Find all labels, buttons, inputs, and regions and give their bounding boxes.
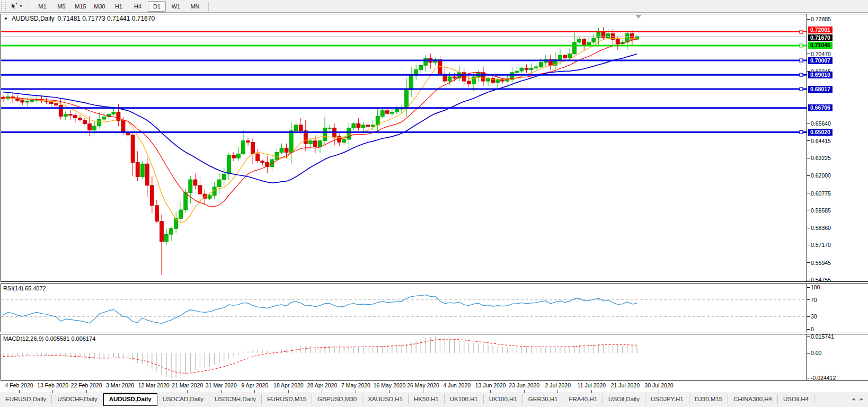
timeframe-button-h4[interactable]: H4 [129, 1, 147, 12]
date-axis-label: 13 Feb 2020 [37, 382, 68, 388]
chart-tab-dj30-m15[interactable]: DJ30,M15 [689, 394, 728, 404]
price-axis-tick-0.64415: 0.64415 [811, 138, 831, 144]
price-axis-tick-0.54755: 0.54755 [811, 277, 831, 283]
crosshair-glyph [10, 3, 17, 10]
timeframe-button-m30[interactable]: M30 [91, 1, 109, 12]
date-axis-label: 4 Feb 2020 [5, 382, 33, 388]
toolbar-separator-right [208, 2, 209, 11]
tab-scroll-right-icon[interactable]: ► [860, 397, 864, 402]
chart-tab-audusd-daily[interactable]: AUDUSD,Daily [103, 393, 157, 406]
macd-pane[interactable] [1, 334, 807, 381]
chart-tab-china300-h4[interactable]: CHINA300,H4 [728, 394, 778, 404]
rsi-axis-tick-70: 70 [811, 297, 817, 303]
chart-tab-eurusd-m15[interactable]: EURUSD,M15 [262, 394, 312, 404]
timeframe-button-m1[interactable]: M1 [33, 1, 51, 12]
chart-tab-uk100-h1[interactable]: UK100,H1 [445, 394, 484, 404]
price-axis-tick-0.57170: 0.57170 [811, 242, 831, 248]
price-chart-canvas[interactable] [0, 13, 868, 393]
timeframe-button-m5[interactable]: M5 [52, 1, 70, 12]
rsi-axis-tick-30: 30 [811, 313, 817, 320]
tool-dropdown-caret-icon[interactable]: ▼ [19, 4, 23, 8]
rsi-indicator-label: RSI(14) 65.4072 [3, 285, 46, 291]
chart-tabs-bar: EURUSD,DailyUSDCHF,DailyAUDUSD,DailyUSDC… [0, 393, 868, 407]
date-axis-label: 18 Apr 2020 [273, 382, 304, 388]
price-axis-tick-0.55945: 0.55945 [811, 260, 831, 266]
chart-tab-usoil-daily[interactable]: USOil,Daily [603, 394, 645, 404]
date-axis-label: 21 Mar 2020 [172, 382, 203, 388]
chart-tab-usdjpy-h1[interactable]: USDJPY,H1 [645, 394, 689, 404]
price-badge-0.71046: 0.71046 [808, 42, 832, 49]
macd-indicator-label: MACD(12,26,9) 0.005581 0.006174 [3, 335, 95, 342]
chart-symbol-period: AUDUSD,Daily [12, 15, 55, 22]
rsi-axis-tick-100: 100 [811, 284, 820, 290]
macd-axis-tick-1: 0.00 [811, 350, 821, 356]
main-price-pane[interactable] [1, 14, 807, 282]
toolbar-separator [29, 2, 29, 11]
timeframe-button-d1[interactable]: D1 [148, 1, 166, 12]
date-axis-label: 30 Jul 2020 [644, 382, 673, 388]
chart-tab-ger30-h1[interactable]: GER30,H1 [523, 394, 564, 404]
macd-axis-tick-2: -0.024412 [811, 375, 836, 381]
date-axis-label: 2 Jul 2020 [545, 382, 571, 388]
chart-tab-usdcnh-daily[interactable]: USDCNH,Daily [209, 394, 262, 404]
chart-tab-usoil-h4[interactable]: USOil,H4 [778, 394, 814, 404]
chart-tab-usdcad-daily[interactable]: USDCAD,Daily [157, 394, 209, 404]
date-axis-label: 4 Jun 2020 [443, 382, 471, 388]
chart-tab-usdchf-daily[interactable]: USDCHF,Daily [52, 394, 103, 404]
timeframe-button-h1[interactable]: H1 [110, 1, 128, 12]
price-axis-tick-0.60775: 0.60775 [811, 190, 831, 197]
macd-axis-tick-0: 0.015741 [811, 333, 834, 340]
price-axis-tick-0.58360: 0.58360 [811, 225, 831, 231]
chart-tab-eurusd-daily[interactable]: EURUSD,Daily [0, 394, 52, 404]
trading-app-window: ▼ M1M5M15M30H1H4D1W1MN ▼ AUDUSD,Daily 0.… [0, 0, 868, 407]
chart-tab-uk100-h1[interactable]: UK100,H1 [484, 394, 523, 404]
date-axis-label: 28 Apr 2020 [307, 382, 338, 388]
price-badge-0.69010: 0.69010 [808, 72, 832, 78]
chart-window: ▼ AUDUSD,Daily 0.71481 0.71773 0.71441 0… [0, 13, 868, 393]
crosshair-cursor-icon[interactable]: ▼ [8, 2, 25, 11]
price-badge-0.68017: 0.68017 [808, 86, 832, 93]
toolbar-grip-handle[interactable] [1, 2, 6, 11]
chart-tab-gbpusd-m30[interactable]: GBPUSD,M30 [312, 394, 362, 404]
date-axis-label: 12 Mar 2020 [138, 382, 170, 388]
price-badge-0.66706: 0.66706 [808, 104, 832, 111]
timeframe-button-mn[interactable]: MN [186, 1, 204, 12]
chart-title: ▼ AUDUSD,Daily 0.71481 0.71773 0.71441 0… [4, 15, 155, 22]
chart-tab-hk50-h1[interactable]: HK50,H1 [409, 394, 445, 404]
date-axis-label: 21 Jul 2020 [611, 382, 640, 388]
price-axis-tick-0.62000: 0.62000 [811, 172, 831, 179]
timeframe-toolbar: ▼ M1M5M15M30H1H4D1W1MN [0, 0, 868, 13]
rsi-axis-tick-0: 0 [811, 326, 814, 332]
tab-scroll-left-icon[interactable]: ◄ [851, 397, 855, 402]
timeframe-button-m15[interactable]: M15 [72, 1, 90, 12]
price-axis-tick-0.70470: 0.70470 [811, 51, 831, 57]
price-axis-tick-0.72885: 0.72885 [811, 16, 831, 22]
date-axis-label: 7 May 2020 [341, 382, 370, 388]
date-axis-label: 3 Mar 2020 [106, 382, 134, 388]
date-axis-label: 13 Jun 2020 [475, 382, 506, 388]
price-badge-0.65020: 0.65020 [808, 129, 832, 136]
timeframe-button-w1[interactable]: W1 [167, 1, 185, 12]
price-axis-tick-0.65640: 0.65640 [811, 120, 831, 127]
price-axis-tick-0.59585: 0.59585 [811, 207, 831, 214]
date-axis-label: 16 May 2020 [374, 382, 406, 388]
current-price-badge: 0.71670 [808, 34, 832, 41]
date-axis-label: 23 Jun 2020 [509, 382, 539, 388]
chart-ohlc-readout: 0.71481 0.71773 0.71441 0.71670 [58, 15, 155, 22]
chart-tab-xauusd-h1[interactable]: XAUUSD,H1 [362, 394, 409, 404]
date-axis-label: 9 Apr 2020 [241, 382, 268, 388]
date-axis-label: 31 Mar 2020 [206, 382, 237, 388]
timeframe-buttons: M1M5M15M30H1H4D1W1MN [33, 1, 205, 12]
tab-scroll-arrows: ◄► [847, 393, 868, 405]
price-badge-0.72001: 0.72001 [808, 26, 832, 33]
date-axis-label: 26 May 2020 [407, 382, 439, 388]
chart-tab-fra40-h1[interactable]: FRA40,H1 [563, 394, 603, 404]
rsi-pane[interactable] [1, 284, 807, 332]
price-axis-tick-0.63225: 0.63225 [811, 155, 831, 161]
price-badge-0.70007: 0.70007 [808, 57, 832, 64]
date-axis-label: 11 Jul 2020 [578, 382, 606, 388]
chart-collapse-caret-icon[interactable]: ▼ [4, 16, 8, 21]
date-axis-label: 22 Feb 2020 [71, 382, 102, 388]
